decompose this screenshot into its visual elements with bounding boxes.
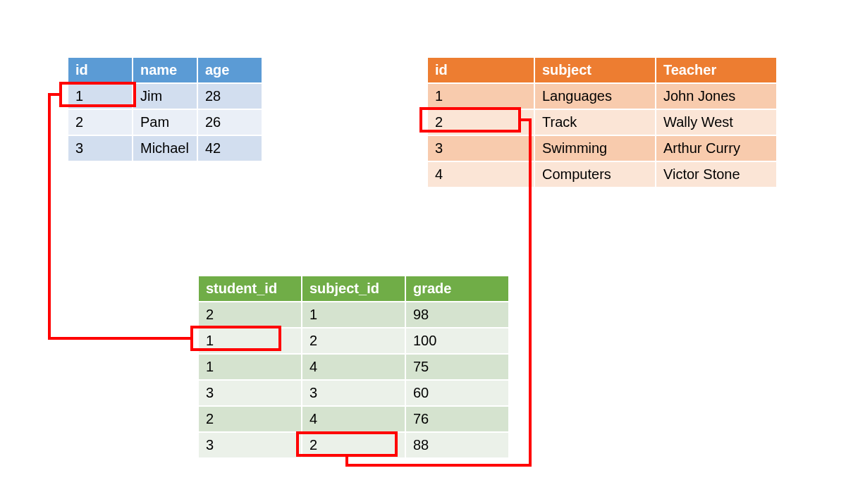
cell: 75 bbox=[406, 355, 508, 379]
col-name: name bbox=[133, 58, 197, 82]
cell: 3 bbox=[68, 136, 132, 161]
cell: 4 bbox=[302, 407, 405, 431]
cell: 3 bbox=[428, 136, 534, 161]
table-row: 1 4 75 bbox=[199, 355, 508, 379]
table-header-row: id subject Teacher bbox=[428, 58, 776, 82]
cell: Arthur Curry bbox=[656, 136, 776, 161]
cell: Languages bbox=[535, 84, 655, 109]
cell: 3 bbox=[199, 381, 301, 405]
col-age: age bbox=[198, 58, 262, 82]
table-row: 2 Track Wally West bbox=[428, 110, 776, 135]
table-row: 1 Jim 28 bbox=[68, 84, 262, 109]
table-row: 2 1 98 bbox=[199, 302, 508, 327]
col-grade: grade bbox=[406, 276, 508, 301]
table-row: 1 2 100 bbox=[199, 328, 508, 353]
table-row: 2 Pam 26 bbox=[68, 110, 262, 135]
cell: 4 bbox=[428, 162, 534, 187]
cell: 2 bbox=[302, 328, 405, 353]
cell: 76 bbox=[406, 407, 508, 431]
cell: Track bbox=[535, 110, 655, 135]
cell: 100 bbox=[406, 328, 508, 353]
cell: 2 bbox=[199, 407, 301, 431]
cell: 60 bbox=[406, 381, 508, 405]
cell: Victor Stone bbox=[656, 162, 776, 187]
cell: 28 bbox=[198, 84, 262, 109]
cell: Swimming bbox=[535, 136, 655, 161]
cell: Pam bbox=[133, 110, 197, 135]
table-header-row: id name age bbox=[68, 58, 262, 82]
cell: 1 bbox=[428, 84, 534, 109]
cell: 88 bbox=[406, 433, 508, 457]
cell: 42 bbox=[198, 136, 262, 161]
col-subject-id: subject_id bbox=[302, 276, 405, 301]
cell: Jim bbox=[133, 84, 197, 109]
table-row: 4 Computers Victor Stone bbox=[428, 162, 776, 187]
subjects-table: id subject Teacher 1 Languages John Jone… bbox=[427, 56, 778, 188]
table-row: 3 2 88 bbox=[199, 433, 508, 457]
col-id: id bbox=[428, 58, 534, 82]
cell: 3 bbox=[302, 381, 405, 405]
col-id: id bbox=[68, 58, 132, 82]
table-row: 2 4 76 bbox=[199, 407, 508, 431]
grades-table: student_id subject_id grade 2 1 98 1 2 1… bbox=[197, 275, 510, 459]
col-teacher: Teacher bbox=[656, 58, 776, 82]
cell: 98 bbox=[406, 302, 508, 327]
cell: Wally West bbox=[656, 110, 776, 135]
cell: Michael bbox=[133, 136, 197, 161]
cell: 2 bbox=[199, 302, 301, 327]
col-student-id: student_id bbox=[199, 276, 301, 301]
table-row: 3 3 60 bbox=[199, 381, 508, 405]
cell: Computers bbox=[535, 162, 655, 187]
cell: 1 bbox=[199, 355, 301, 379]
cell: 2 bbox=[68, 110, 132, 135]
cell: 1 bbox=[68, 84, 132, 109]
table-header-row: student_id subject_id grade bbox=[199, 276, 508, 301]
cell: 3 bbox=[199, 433, 301, 457]
table-row: 3 Swimming Arthur Curry bbox=[428, 136, 776, 161]
cell: 4 bbox=[302, 355, 405, 379]
cell: 1 bbox=[302, 302, 405, 327]
table-row: 1 Languages John Jones bbox=[428, 84, 776, 109]
table-row: 3 Michael 42 bbox=[68, 136, 262, 161]
cell: 26 bbox=[198, 110, 262, 135]
cell: 2 bbox=[428, 110, 534, 135]
students-table: id name age 1 Jim 28 2 Pam 26 3 Michael … bbox=[67, 56, 263, 162]
col-subject: subject bbox=[535, 58, 655, 82]
cell: 1 bbox=[199, 328, 301, 353]
cell: 2 bbox=[302, 433, 405, 457]
cell: John Jones bbox=[656, 84, 776, 109]
